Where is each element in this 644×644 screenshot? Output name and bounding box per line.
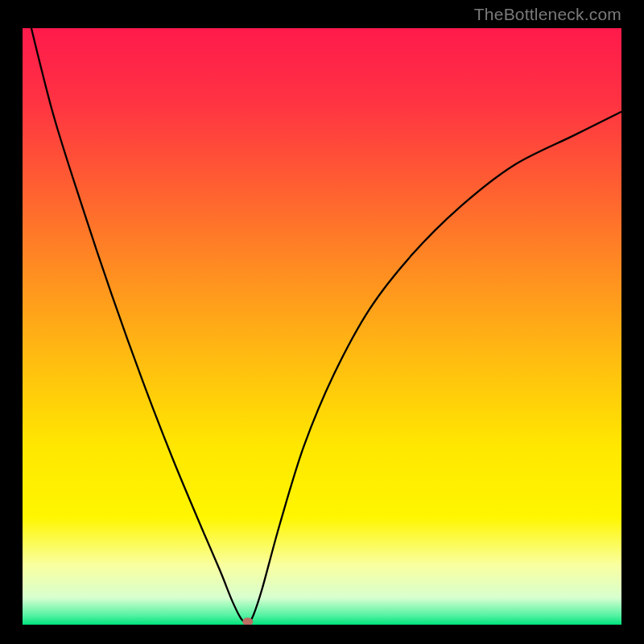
chart-frame: TheBottleneck.com [0,0,644,644]
watermark-text: TheBottleneck.com [474,5,621,24]
curve-path [26,28,621,623]
plot-area [23,28,621,625]
bottleneck-curve [23,28,621,625]
